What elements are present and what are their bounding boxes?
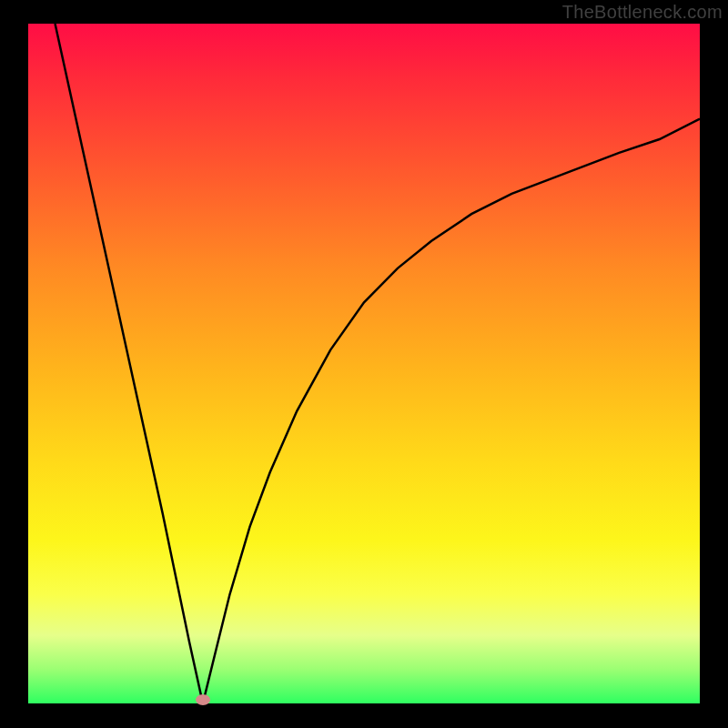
curve-path bbox=[56, 24, 701, 703]
bottleneck-curve bbox=[0, 0, 728, 728]
minimum-marker bbox=[196, 694, 210, 705]
chart-container: TheBottleneck.com bbox=[0, 0, 728, 728]
